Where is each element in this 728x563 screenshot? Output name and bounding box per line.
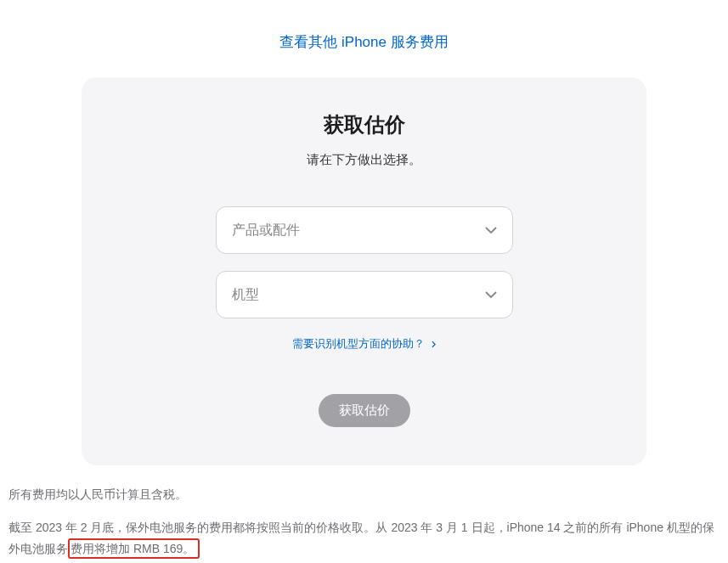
get-estimate-button[interactable]: 获取估价 bbox=[319, 394, 410, 427]
top-link-container: 查看其他 iPhone 服务费用 bbox=[0, 0, 728, 77]
chevron-down-icon bbox=[485, 227, 497, 234]
model-select-placeholder: 机型 bbox=[232, 286, 259, 304]
help-link-text: 需要识别机型方面的协助？ bbox=[292, 337, 425, 350]
model-select-wrapper: 机型 bbox=[216, 271, 513, 318]
chevron-down-icon bbox=[485, 291, 497, 298]
model-select[interactable]: 机型 bbox=[216, 271, 513, 318]
product-select-placeholder: 产品或配件 bbox=[232, 222, 300, 239]
product-select-wrapper: 产品或配件 bbox=[216, 206, 513, 254]
chevron-right-icon bbox=[432, 338, 436, 351]
card-subtitle: 请在下方做出选择。 bbox=[124, 152, 604, 168]
estimate-card: 获取估价 请在下方做出选择。 产品或配件 机型 需要识别机型方面的协助？ bbox=[82, 77, 646, 465]
other-iphone-services-link[interactable]: 查看其他 iPhone 服务费用 bbox=[279, 34, 448, 50]
help-link-container: 需要识别机型方面的协助？ bbox=[124, 335, 604, 352]
product-select[interactable]: 产品或配件 bbox=[216, 206, 513, 254]
card-title: 获取估价 bbox=[124, 111, 604, 138]
footer-line-1: 所有费用均以人民币计算且含税。 bbox=[8, 484, 720, 505]
identify-model-help-link[interactable]: 需要识别机型方面的协助？ bbox=[292, 337, 436, 350]
footer-line-2: 截至 2023 年 2 月底，保外电池服务的费用都将按照当前的价格收取。从 20… bbox=[8, 517, 720, 560]
price-increase-highlight: 费用将增加 RMB 169。 bbox=[68, 538, 200, 559]
footer-text: 所有费用均以人民币计算且含税。 截至 2023 年 2 月底，保外电池服务的费用… bbox=[0, 465, 728, 560]
